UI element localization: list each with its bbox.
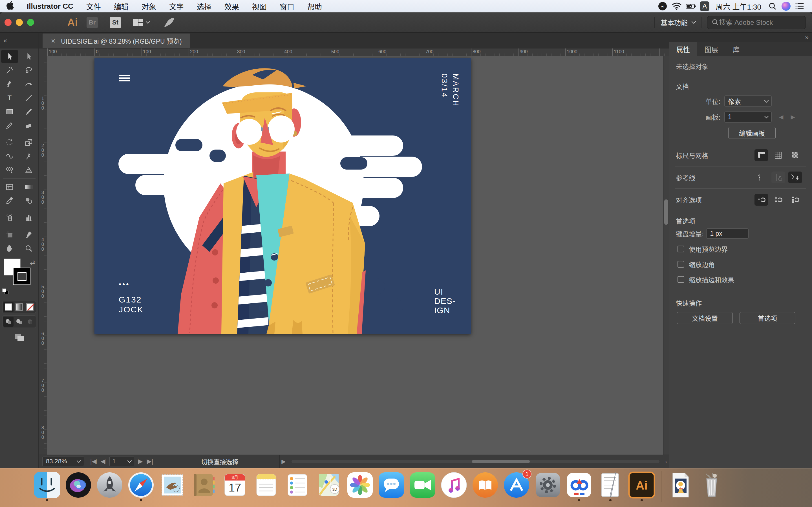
dock-contacts[interactable] [190,471,217,499]
perspective-grid-tool[interactable] [20,163,37,177]
artboard-select[interactable]: 1 [724,111,772,122]
show-grid-button[interactable] [771,149,785,161]
last-artboard-button[interactable]: ▶| [147,458,153,465]
notification-center-icon[interactable] [795,1,805,11]
horizontal-scrollbar[interactable] [292,460,660,463]
type-tool[interactable]: T [1,91,18,105]
pen-tool[interactable] [1,77,18,91]
dock-app-store[interactable]: 1 [503,471,530,499]
snap-to-grid-button[interactable] [771,194,785,206]
menu-edit[interactable]: 编辑 [107,1,135,11]
hand-tool[interactable] [1,242,18,255]
dock-notes[interactable] [252,471,280,499]
document-tab[interactable]: × UIDESIGE.ai @ 83.28% (RGB/GPU 预览) [43,34,190,48]
zoom-window-button[interactable] [27,19,34,26]
curvature-tool[interactable] [20,77,37,91]
canvas[interactable]: MARCH 03/14 ••• G132 JOCK UI DES- IGN [47,56,663,455]
lock-guides-button[interactable] [771,172,785,183]
menu-type[interactable]: 文字 [163,1,190,11]
show-rulers-button[interactable] [755,149,768,161]
none-button[interactable] [25,302,35,312]
menu-file[interactable]: 文件 [80,1,107,11]
artboard-number-select[interactable]: 1 [109,457,134,466]
draw-inside-button[interactable] [25,317,35,327]
stock-button[interactable]: St [110,17,121,28]
dock-messages[interactable] [377,471,405,499]
bridge-button[interactable]: Br [87,17,98,28]
eyedropper-tool[interactable] [1,194,18,207]
zoom-level-select[interactable]: 83.28% [42,457,84,466]
collapse-tools-icon[interactable]: « [0,33,38,48]
preview-bounds-checkbox[interactable] [677,245,684,252]
blend-tool[interactable] [20,194,37,207]
lasso-tool[interactable] [20,64,37,77]
minimize-window-button[interactable] [16,19,23,26]
scroll-left-icon[interactable]: ‹ [663,458,669,465]
rotate-tool[interactable] [1,136,18,149]
default-fill-stroke-icon[interactable] [2,288,10,295]
shape-builder-tool[interactable] [1,163,18,177]
previous-artboard-button[interactable]: ◀ [101,458,105,465]
column-graph-tool[interactable] [20,211,37,224]
spotlight-search-icon[interactable] [767,1,777,11]
dock-textedit[interactable] [597,471,624,499]
share-rocket-icon[interactable] [163,17,175,28]
keyboard-increment-input[interactable]: 1 px [706,228,749,238]
menu-app-name[interactable]: Illustrator CC [20,2,80,11]
menu-window[interactable]: 窗口 [273,1,301,11]
preferences-button[interactable]: 首选项 [740,312,795,324]
menu-view[interactable]: 视图 [246,1,273,11]
slice-tool[interactable] [20,228,37,241]
artboard[interactable]: MARCH 03/14 ••• G132 JOCK UI DES- IGN [94,58,471,334]
zoom-tool[interactable] [20,242,37,255]
creative-cloud-icon[interactable]: ∞ [658,1,668,11]
paintbrush-tool[interactable] [20,105,37,118]
scale-strokes-checkbox[interactable] [677,276,684,283]
scale-tool[interactable] [20,136,37,149]
horizontal-ruler[interactable]: 100 0 100 200 300 400 500 600 700 800 90… [47,48,669,56]
line-segment-tool[interactable] [20,91,37,105]
show-guides-button[interactable] [755,172,768,183]
magic-wand-tool[interactable] [1,64,18,77]
expand-panels-icon[interactable]: » [805,34,809,41]
menu-object[interactable]: 对象 [135,1,163,11]
tab-libraries[interactable]: 库 [725,42,747,56]
change-screen-mode-button[interactable] [0,333,38,342]
direct-selection-tool[interactable] [20,50,37,63]
dock-facetime[interactable] [409,471,437,499]
status-tool-hint[interactable]: 切换直接选择 [160,455,280,468]
close-document-icon[interactable]: × [51,37,55,45]
gradient-button[interactable] [14,302,24,312]
ruler-origin-corner[interactable] [39,48,47,56]
scale-corners-checkbox[interactable] [677,261,684,268]
vertical-scrollbar[interactable] [663,56,669,455]
menu-select[interactable]: 选择 [190,1,218,11]
siri-icon[interactable] [781,2,791,11]
input-source-indicator[interactable]: A [700,1,709,11]
swap-fill-stroke-icon[interactable]: ⇄ [30,259,35,267]
menu-effect[interactable]: 效果 [218,1,246,11]
dock-safari[interactable] [127,471,155,499]
next-artboard-icon[interactable]: ▶ [791,114,795,120]
gradient-tool[interactable] [20,180,37,193]
edit-artboards-button[interactable]: 编辑画板 [728,127,776,139]
tab-properties[interactable]: 属性 [669,42,697,56]
draw-behind-button[interactable] [14,317,24,327]
dock-trash[interactable] [698,471,725,499]
dock-finder[interactable] [33,471,61,499]
apple-menu[interactable] [0,1,20,11]
stock-search[interactable] [707,16,806,29]
dock-mail[interactable] [158,471,186,499]
unit-select[interactable]: 像素 [724,96,772,107]
artboard-tool[interactable] [1,228,18,241]
stroke-swatch[interactable] [13,268,31,285]
draw-normal-button[interactable] [3,317,13,327]
symbol-sprayer-tool[interactable] [1,211,18,224]
snap-to-pixel-button[interactable] [788,194,802,206]
color-button[interactable] [3,302,13,312]
wifi-icon[interactable] [672,1,682,11]
document-setup-button[interactable]: 文档设置 [677,312,733,324]
shaper-tool[interactable] [1,119,18,132]
show-transparency-grid-button[interactable] [788,149,802,161]
dock-books[interactable] [471,471,499,499]
